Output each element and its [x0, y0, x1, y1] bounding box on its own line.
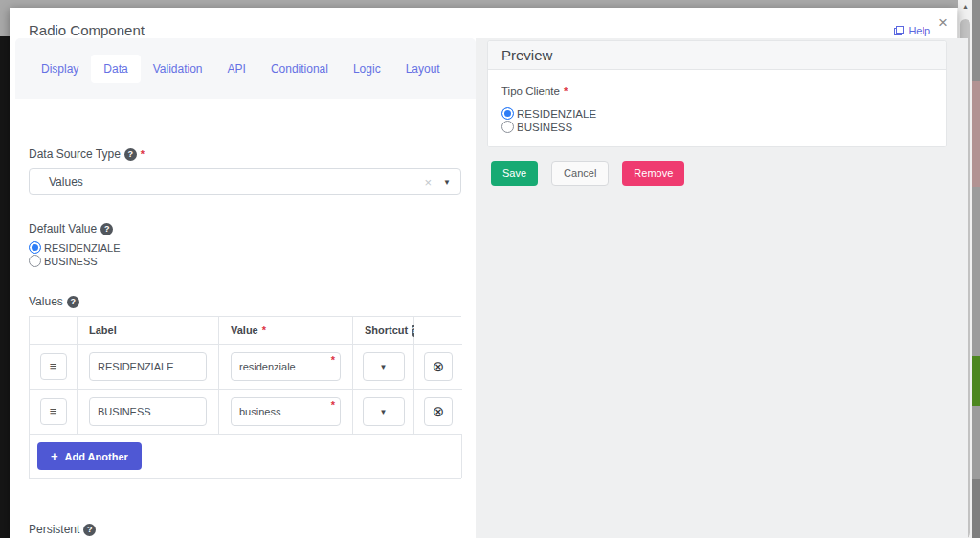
radio-unselected-icon[interactable]	[501, 121, 514, 133]
preview-field-label: Tipo Cliente *	[501, 85, 932, 97]
required-asterisk: *	[262, 325, 266, 336]
row-label-input[interactable]	[89, 352, 207, 381]
radio-unselected-icon[interactable]	[29, 255, 41, 267]
background-fragment	[972, 187, 980, 356]
background-fragment	[972, 81, 980, 187]
grid-cell-label	[78, 345, 219, 390]
tab-validation[interactable]: Validation	[141, 55, 215, 83]
remove-row-button[interactable]: ⊗	[424, 352, 453, 381]
chevron-down-icon[interactable]: ▼	[443, 178, 451, 187]
tab-display[interactable]: Display	[29, 55, 91, 83]
plus-icon: +	[51, 449, 58, 463]
tab-api[interactable]: API	[215, 55, 258, 83]
row-label-input[interactable]	[89, 397, 207, 426]
component-settings-panel: Display Data Validation API Conditional …	[15, 38, 476, 538]
row-value-input[interactable]	[231, 352, 341, 381]
background-fragment	[972, 356, 980, 406]
required-asterisk: *	[331, 399, 335, 411]
grid-footer: + Add Another	[30, 435, 462, 478]
preview-field-label-text: Tipo Cliente	[501, 85, 560, 97]
default-value-label-text: Default Value	[29, 222, 97, 235]
preview-card: Preview Tipo Cliente * RESIDENZIALE BUSI…	[487, 40, 947, 147]
background-fragment	[972, 479, 980, 538]
grid-cell-value: *	[219, 345, 353, 390]
tab-conditional[interactable]: Conditional	[258, 55, 341, 83]
shortcut-select[interactable]: ▼	[363, 397, 405, 426]
help-link[interactable]: Help	[894, 25, 930, 36]
add-another-label: Add Another	[65, 451, 128, 462]
tab-logic[interactable]: Logic	[341, 55, 393, 83]
header-text: Value	[231, 325, 258, 336]
grid-header-drag	[30, 317, 78, 345]
shortcut-select[interactable]: ▼	[363, 352, 405, 381]
data-source-type-label: Data Source Type ? *	[29, 147, 145, 161]
data-source-type-select[interactable]: Values × ▼	[29, 168, 461, 195]
grid-cell-remove: ⊗	[414, 345, 462, 390]
drag-handle-icon[interactable]: ≡	[40, 353, 67, 380]
radio-label: RESIDENZIALE	[517, 108, 596, 120]
help-window-icon	[894, 26, 904, 35]
preview-radio-group: RESIDENZIALE BUSINESS	[501, 107, 932, 133]
default-value-label: Default Value ?	[29, 222, 113, 235]
question-icon[interactable]: ?	[67, 296, 79, 308]
settings-tab-bar: Display Data Validation API Conditional …	[15, 38, 476, 99]
background-fragment	[972, 0, 980, 81]
preview-card-header: Preview	[488, 41, 946, 70]
save-button[interactable]: Save	[491, 161, 538, 186]
default-option-residenziale[interactable]: RESIDENZIALE	[29, 241, 120, 254]
radio-selected-icon[interactable]	[29, 241, 41, 254]
close-icon[interactable]: ×	[938, 13, 947, 33]
grid-cell-label	[78, 390, 219, 435]
dialog-action-buttons: Save Cancel Remove	[491, 161, 684, 186]
radio-component-dialog: Radio Component × Help Display Data Vali…	[10, 8, 957, 538]
header-text: Label	[89, 325, 117, 336]
grid-cell-remove: ⊗	[414, 390, 462, 435]
question-icon[interactable]: ?	[124, 148, 137, 161]
scrollbar-up-arrow-icon[interactable]: ▲	[958, 3, 972, 10]
preview-card-body: Tipo Cliente * RESIDENZIALE BUSINESS	[488, 70, 946, 146]
background-fragment	[972, 406, 980, 479]
radio-label: BUSINESS	[517, 122, 572, 133]
preview-title: Preview	[501, 47, 552, 63]
remove-row-button[interactable]: ⊗	[424, 397, 453, 426]
values-label-text: Values	[29, 295, 63, 308]
chevron-down-icon: ▼	[380, 363, 388, 371]
drag-handle-icon[interactable]: ≡	[40, 398, 67, 425]
grid-cell-drag: ≡	[30, 345, 78, 390]
cancel-button[interactable]: Cancel	[551, 161, 609, 186]
radio-label: BUSINESS	[44, 256, 98, 267]
default-option-business[interactable]: BUSINESS	[29, 255, 120, 267]
values-data-grid: Label Value * Shortcut ? ≡	[29, 316, 461, 479]
preview-option-business[interactable]: BUSINESS	[501, 121, 932, 133]
grid-header-label: Label	[78, 317, 219, 345]
background-page-edge	[972, 0, 980, 538]
tab-data[interactable]: Data	[91, 55, 140, 83]
values-label: Values ?	[29, 295, 79, 308]
remove-button[interactable]: Remove	[622, 161, 684, 186]
question-icon[interactable]: ?	[100, 223, 113, 235]
clear-selection-icon[interactable]: ×	[424, 175, 432, 190]
preview-panel: Preview Tipo Cliente * RESIDENZIALE BUSI…	[476, 38, 968, 538]
add-another-button[interactable]: + Add Another	[37, 442, 142, 470]
data-source-type-value: Values	[49, 175, 424, 189]
required-asterisk: *	[331, 354, 335, 366]
question-icon[interactable]: ?	[83, 524, 96, 536]
radio-selected-icon[interactable]	[501, 107, 514, 120]
remove-circle-icon: ⊗	[433, 358, 445, 375]
row-value-input[interactable]	[231, 397, 341, 426]
grid-cell-shortcut: ▼	[353, 390, 414, 435]
grid-cell-shortcut: ▼	[353, 345, 414, 390]
page-left-strip-top	[0, 8, 10, 36]
remove-circle-icon: ⊗	[433, 403, 445, 420]
grid-header-remove	[414, 317, 462, 345]
grid-cell-drag: ≡	[30, 390, 78, 435]
radio-label: RESIDENZIALE	[44, 242, 120, 254]
grid-cell-value: *	[219, 390, 353, 435]
grid-header-value: Value *	[219, 317, 353, 345]
grid-header-shortcut: Shortcut ?	[353, 317, 414, 345]
preview-option-residenziale[interactable]: RESIDENZIALE	[501, 107, 932, 120]
help-label: Help	[908, 25, 930, 36]
tab-layout[interactable]: Layout	[393, 55, 453, 83]
persistent-label-text: Persistent	[29, 523, 79, 536]
header-text: Shortcut	[365, 325, 408, 336]
